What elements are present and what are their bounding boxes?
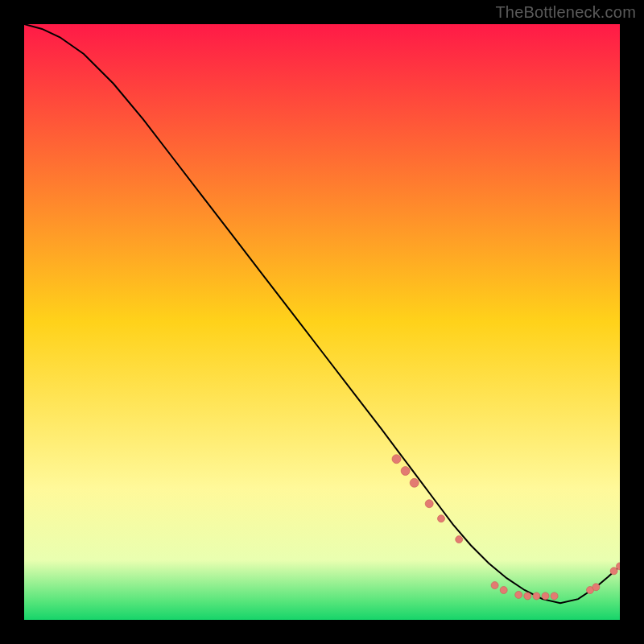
data-marker bbox=[438, 515, 445, 522]
data-marker bbox=[410, 478, 419, 487]
data-marker bbox=[500, 587, 507, 594]
data-marker bbox=[542, 592, 549, 600]
chart-frame: TheBottleneck.com bbox=[0, 0, 644, 644]
watermark-text: TheBottleneck.com bbox=[495, 3, 636, 22]
gradient-background bbox=[24, 24, 620, 620]
data-marker bbox=[425, 500, 433, 508]
data-marker bbox=[551, 592, 558, 600]
data-marker bbox=[533, 592, 540, 600]
chart-svg bbox=[24, 24, 620, 620]
data-marker bbox=[392, 455, 401, 464]
data-marker bbox=[456, 536, 463, 543]
data-marker bbox=[401, 467, 410, 476]
data-marker bbox=[610, 568, 617, 575]
data-marker bbox=[524, 592, 531, 600]
data-marker bbox=[491, 582, 498, 589]
data-marker bbox=[592, 584, 600, 591]
data-marker bbox=[515, 591, 522, 598]
chart-plot-area bbox=[24, 24, 620, 620]
